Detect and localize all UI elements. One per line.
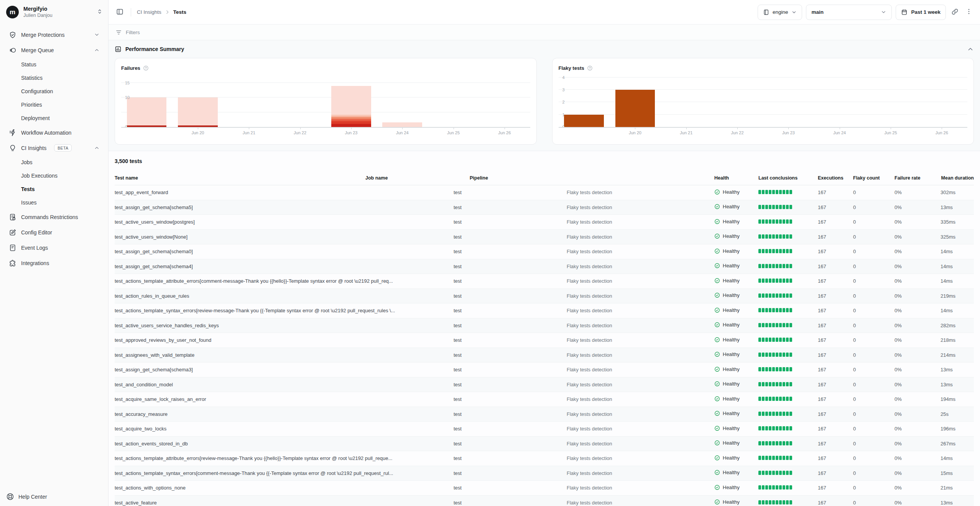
branch-selector[interactable]: main <box>806 5 892 20</box>
column-header-failure-rate[interactable]: Failure rate <box>894 175 941 181</box>
last-conclusions-strip[interactable] <box>758 367 792 371</box>
sidebar-item-event-logs[interactable]: Event Logs <box>5 240 104 255</box>
last-conclusions-strip[interactable] <box>758 426 792 430</box>
sidebar-item-configuration[interactable]: Configuration <box>5 85 104 98</box>
last-conclusions-strip[interactable] <box>758 264 792 268</box>
cell-job-name: test <box>454 219 567 225</box>
last-conclusions-strip[interactable] <box>758 456 792 460</box>
failures-bar[interactable] <box>127 97 166 127</box>
last-conclusions-strip[interactable] <box>758 279 792 283</box>
table-row[interactable]: test_assignees_with_valid_template test … <box>115 348 974 363</box>
table-row[interactable]: test_assign_get_schema[schema4] test Fla… <box>115 259 974 274</box>
table-row[interactable]: test_accuracy_measure test Flaky tests d… <box>115 407 974 422</box>
last-conclusions-strip[interactable] <box>758 205 792 209</box>
last-conclusions-strip[interactable] <box>758 353 792 357</box>
table-row[interactable]: test_active_feature test Flaky tests det… <box>115 496 974 506</box>
flaky-tests-bar[interactable] <box>564 115 603 127</box>
last-conclusions-strip[interactable] <box>758 234 792 239</box>
table-row[interactable]: test_acquire_two_locks test Flaky tests … <box>115 422 974 437</box>
table-row[interactable]: test_assign_get_schema[schema0] test Fla… <box>115 244 974 259</box>
x-axis-tick-label: Jun 20 <box>191 130 204 135</box>
last-conclusions-strip[interactable] <box>758 412 792 416</box>
check-circle-icon <box>714 455 720 461</box>
help-circle-icon[interactable] <box>143 65 149 71</box>
cell-test-name: test_action_events_stored_in_db <box>115 441 454 447</box>
failures-bar[interactable] <box>382 122 422 127</box>
column-header-executions[interactable]: Executions <box>818 175 853 181</box>
sidebar-item-priorities[interactable]: Priorities <box>5 98 104 111</box>
table-row[interactable]: test_approved_reviews_by_user_not_found … <box>115 333 974 348</box>
last-conclusions-strip[interactable] <box>758 308 792 312</box>
sidebar-toggle-button[interactable] <box>115 7 125 18</box>
table-row[interactable]: test_active_users_window[None] test Flak… <box>115 230 974 245</box>
conclusion-square <box>765 205 768 209</box>
sidebar-item-job-executions[interactable]: Job Executions <box>5 169 104 182</box>
column-header-pipeline[interactable]: Pipeline <box>470 175 714 181</box>
last-conclusions-strip[interactable] <box>758 249 792 253</box>
table-row[interactable]: test_actions_template_attribute_errors[c… <box>115 274 974 289</box>
last-conclusions-strip[interactable] <box>758 323 792 327</box>
org-name: Mergifyio <box>23 6 53 13</box>
table-row[interactable]: test_acquire_same_lock_raises_an_error t… <box>115 392 974 407</box>
sidebar-item-ci-insights[interactable]: CI InsightsBETA <box>5 140 104 155</box>
repository-selector[interactable]: engine <box>758 5 802 20</box>
last-conclusions-strip[interactable] <box>758 441 792 445</box>
org-switcher[interactable]: m Mergifyio Julien Danjou <box>0 0 108 24</box>
sidebar-item-tests[interactable]: Tests <box>5 183 104 196</box>
column-header-test-name[interactable]: Test name <box>115 175 365 181</box>
cell-job-name: test <box>454 337 567 343</box>
last-conclusions-strip[interactable] <box>758 338 792 342</box>
last-conclusions-strip[interactable] <box>758 293 792 298</box>
table-row[interactable]: test_active_users_service_handles_redis_… <box>115 318 974 333</box>
sidebar-item-config-editor[interactable]: Config Editor <box>5 225 104 240</box>
sidebar-item-status[interactable]: Status <box>5 58 104 71</box>
table-row[interactable]: test_app_event_forward test Flaky tests … <box>115 185 974 200</box>
more-options-button[interactable] <box>964 7 974 18</box>
last-conclusions-strip[interactable] <box>758 382 792 386</box>
sidebar-item-workflow-automation[interactable]: Workflow Automation <box>5 125 104 140</box>
share-link-button[interactable] <box>950 7 960 18</box>
sidebar-item-merge-queue[interactable]: Merge Queue <box>5 43 104 58</box>
help-circle-icon[interactable] <box>587 65 593 71</box>
filters-bar[interactable]: Filters <box>109 25 980 40</box>
column-header-flaky-count[interactable]: Flaky count <box>853 175 894 181</box>
table-row[interactable]: test_assign_get_schema[schema3] test Fla… <box>115 363 974 377</box>
conclusion-square <box>783 249 785 253</box>
failures-bar[interactable] <box>331 86 371 127</box>
table-row[interactable]: test_action_rules_in_queue_rules test Fl… <box>115 289 974 304</box>
last-conclusions-strip[interactable] <box>758 500 792 504</box>
breadcrumb-ci-insights[interactable]: CI Insights <box>137 9 161 15</box>
table-row[interactable]: test_action_events_stored_in_db test Fla… <box>115 437 974 452</box>
last-conclusions-strip[interactable] <box>758 190 792 194</box>
flaky-tests-bar[interactable] <box>615 90 655 127</box>
date-range-button[interactable]: Past 1 week <box>896 5 946 20</box>
sidebar-item-jobs[interactable]: Jobs <box>5 156 104 169</box>
last-conclusions-strip[interactable] <box>758 485 792 490</box>
help-center-link[interactable]: Help Center <box>6 493 47 501</box>
table-row[interactable]: test_active_users_window[postgres] test … <box>115 215 974 230</box>
table-row[interactable]: test_assign_get_schema[schema5] test Fla… <box>115 200 974 215</box>
sidebar-item-deployment[interactable]: Deployment <box>5 112 104 125</box>
conclusion-square <box>772 412 775 416</box>
last-conclusions-strip[interactable] <box>758 471 792 475</box>
collapse-section-button[interactable] <box>967 46 974 53</box>
sidebar-item-commands-restrictions[interactable]: Commands Restrictions <box>5 209 104 224</box>
sidebar-item-integrations[interactable]: Integrations <box>5 255 104 270</box>
last-conclusions-strip[interactable] <box>758 397 792 401</box>
column-header-mean-duration[interactable]: Mean duration <box>941 175 974 181</box>
column-header-last-conclusions[interactable]: Last conclusions <box>758 175 818 181</box>
conclusion-square <box>762 500 765 504</box>
cell-health: Healthy <box>714 322 758 329</box>
failures-bar[interactable] <box>178 97 217 127</box>
table-row[interactable]: test_actions_template_syntax_errors[comm… <box>115 466 974 481</box>
table-row[interactable]: test_actions_with_options_none test Flak… <box>115 481 974 496</box>
last-conclusions-strip[interactable] <box>758 219 792 224</box>
sidebar-item-merge-protections[interactable]: Merge Protections <box>5 27 104 42</box>
table-row[interactable]: test_actions_template_attribute_errors[r… <box>115 451 974 466</box>
column-header-health[interactable]: Health <box>714 175 758 181</box>
table-row[interactable]: test_and_condition_model test Flaky test… <box>115 377 974 392</box>
column-header-job-name[interactable]: Job name <box>365 175 470 181</box>
sidebar-item-statistics[interactable]: Statistics <box>5 71 104 84</box>
table-row[interactable]: test_actions_template_syntax_errors[revi… <box>115 303 974 318</box>
sidebar-item-issues[interactable]: Issues <box>5 196 104 209</box>
